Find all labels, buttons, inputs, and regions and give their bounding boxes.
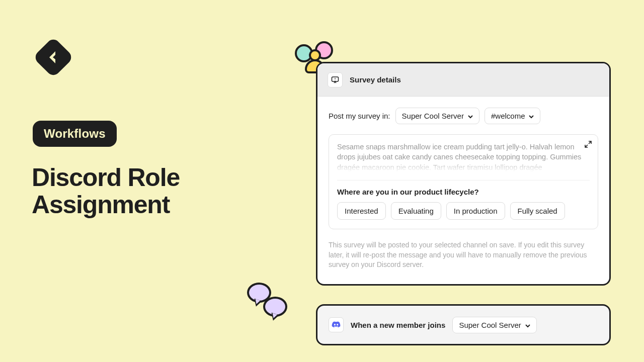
trigger-server-select[interactable]: Super Cool Server	[452, 317, 536, 333]
survey-icon	[328, 72, 343, 87]
trigger-text: When a new member joins	[351, 321, 445, 329]
survey-question: Where are you in our product lifecycle?	[337, 188, 590, 196]
server-select[interactable]: Super Cool Server	[395, 108, 479, 124]
card-title: Survey details	[350, 75, 401, 84]
chat-bubbles-icon	[244, 280, 294, 325]
page-title: Discord Role Assignment	[32, 164, 180, 218]
survey-footnote: This survey will be posted to your selec…	[317, 240, 609, 280]
option-interested[interactable]: Interested	[337, 202, 386, 220]
option-fully-scaled[interactable]: Fully scaled	[510, 202, 565, 220]
survey-details-card: Survey details Post my survey in: Super …	[316, 62, 611, 286]
trigger-card: When a new member joins Super Cool Serve…	[316, 304, 611, 345]
logo	[33, 37, 74, 80]
chevron-down-icon	[525, 321, 530, 329]
option-in-production[interactable]: In production	[446, 202, 505, 220]
expand-icon[interactable]	[585, 141, 592, 150]
divider	[337, 180, 590, 180]
option-evaluating[interactable]: Evaluating	[391, 202, 441, 220]
post-in-label: Post my survey in:	[329, 112, 390, 120]
chevron-down-icon	[529, 112, 534, 120]
discord-icon	[329, 317, 344, 332]
svg-rect-0	[33, 37, 74, 78]
chevron-down-icon	[468, 112, 473, 120]
survey-body-text: Sesame snaps marshmallow ice cream puddi…	[337, 142, 590, 172]
survey-body-editor[interactable]: Sesame snaps marshmallow ice cream puddi…	[329, 134, 598, 229]
channel-select[interactable]: #welcome	[485, 108, 541, 124]
workflows-badge: Workflows	[33, 121, 117, 147]
card-header: Survey details	[317, 63, 609, 97]
